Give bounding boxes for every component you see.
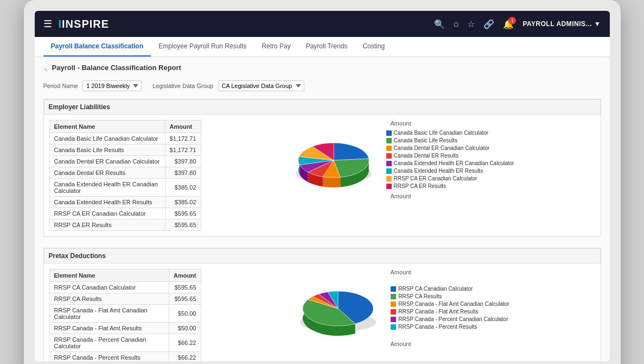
tab-retro-pay[interactable]: Retro Pay	[254, 37, 298, 57]
leg-data-label: Legislative Data Group	[152, 83, 213, 89]
col-element-name-1: Element Name	[49, 121, 165, 133]
pretax-chart-area: Amount RRSP CA Canadian CalculatorRRSP C…	[207, 269, 595, 347]
amount-cell: $1,172.71	[165, 133, 201, 145]
element-name-cell: Canada Extended Health ER Canadian Calcu…	[49, 179, 165, 197]
legend-item: RRSP CA ER Canadian Calculator	[386, 175, 514, 181]
top-nav: ☰ iINSPIRE 🔍 ⌂ ☆ 🔗 🔔 1 PAYROLL ADMINIS..…	[35, 11, 610, 37]
legend-color-swatch	[386, 130, 392, 136]
table-row: RRSP CA Canadian Calculator$595.65	[49, 282, 201, 293]
legend-label: RRSP CA Results	[398, 293, 442, 299]
bell-badge: 1	[508, 17, 516, 24]
employer-data-table: Element Name Amount Canada Basic Life Ca…	[49, 120, 201, 231]
table-row: RRSP Canada - Flat Amt Results$50.00	[49, 323, 201, 334]
tab-payroll-balance[interactable]: Payroll Balance Classification	[43, 37, 151, 57]
legend-color-swatch	[391, 324, 396, 330]
screen: ☰ iINSPIRE 🔍 ⌂ ☆ 🔗 🔔 1 PAYROLL ADMINIS..…	[35, 11, 610, 361]
home-icon[interactable]: ⌂	[454, 19, 459, 29]
amount-cell: $595.65	[165, 219, 201, 231]
hamburger-icon[interactable]: ☰	[43, 18, 52, 30]
element-name-cell: Canada Dental ER Canadian Calculator	[49, 156, 165, 167]
element-name-cell: Canada Extended Health ER Results	[49, 197, 165, 208]
element-name-cell: Canada Dental ER Results	[49, 167, 165, 179]
legend-color-swatch	[391, 302, 396, 307]
pretax-amount-label: Amount	[391, 341, 411, 347]
table-row: RRSP CA Results$595.65	[49, 293, 201, 305]
bell-icon[interactable]: 🔔 1	[503, 19, 514, 29]
employer-legend: Canada Basic Life Canadian CalculatorCan…	[386, 130, 514, 191]
legend-item: Canada Basic Life Results	[386, 137, 514, 143]
legend-item: RRSP CA ER Results	[386, 183, 514, 189]
legend-item: RRSP Canada - Percent Results	[391, 324, 509, 330]
employer-pie-chart	[288, 130, 380, 190]
legend-color-swatch	[386, 176, 392, 181]
pretax-chart-title: Amount	[391, 269, 411, 275]
legend-item: Canada Basic Life Canadian Calculator	[386, 130, 514, 136]
leg-data-filter: Legislative Data Group CA Legislative Da…	[152, 80, 304, 91]
element-name-cell: RRSP Canada - Flat Amt Results	[49, 323, 169, 334]
element-name-cell: Canada Basic Life Canadian Calculator	[49, 133, 165, 145]
legend-label: RRSP Canada - Flat Amt Canadian Calculat…	[398, 301, 509, 307]
legend-label: Canada Basic Life Canadian Calculator	[394, 130, 489, 136]
table-row: RRSP CA ER Results$595.65	[49, 219, 201, 231]
legend-label: Canada Extended Health ER Results	[394, 168, 483, 174]
share-icon[interactable]: 🔗	[483, 19, 494, 29]
element-name-cell: RRSP CA Canadian Calculator	[49, 282, 169, 293]
star-icon[interactable]: ☆	[467, 19, 475, 29]
legend-label: Canada Basic Life Results	[394, 137, 457, 143]
employer-liabilities-content: Element Name Amount Canada Basic Life Ca…	[44, 115, 601, 236]
table-row: RRSP Canada - Percent Results$66.22	[49, 352, 201, 362]
col-element-name-2: Element Name	[49, 269, 169, 282]
amount-cell: $385.02	[165, 197, 201, 208]
leg-data-select[interactable]: CA Legislative Data Group	[218, 80, 304, 91]
legend-color-swatch	[391, 286, 396, 292]
legend-label: RRSP Canada - Percent Canadian Calculato…	[398, 316, 508, 322]
employer-chart-area: Amount Canada Basic Life Canadian Calcul…	[207, 120, 595, 199]
table-row: RRSP CA ER Canadian Calculator$595.65	[49, 208, 201, 219]
legend-label: Canada Dental ER Canadian Calculator	[394, 145, 490, 151]
employer-amount-label: Amount	[391, 193, 411, 199]
table-row: Canada Dental ER Results$397.80	[49, 167, 201, 179]
nav-icons: 🔍 ⌂ ☆ 🔗 🔔 1 PAYROLL ADMINIS... ▼	[434, 19, 601, 29]
legend-item: Canada Dental ER Canadian Calculator	[386, 145, 514, 151]
element-name-cell: RRSP Canada - Percent Results	[49, 352, 169, 362]
legend-item: Canada Extended Health ER Canadian Calcu…	[386, 160, 514, 166]
amount-cell: $66.22	[169, 352, 201, 362]
content-area: ✎ Payroll - Balance Classification Repor…	[35, 57, 610, 361]
col-amount-2: Amount	[169, 269, 201, 282]
tab-employee-payroll[interactable]: Employee Payroll Run Results	[151, 37, 254, 57]
legend-color-swatch	[391, 317, 396, 322]
legend-label: RRSP CA ER Results	[394, 183, 447, 189]
legend-label: RRSP CA ER Canadian Calculator	[394, 175, 477, 181]
tabs-bar: Payroll Balance Classification Employee …	[35, 37, 610, 57]
legend-label: Canada Dental ER Results	[394, 153, 459, 159]
period-filter: Period Name 1 2019 Biweekly	[43, 80, 142, 91]
tab-payroll-trends[interactable]: Payroll Trends	[298, 37, 355, 57]
legend-color-swatch	[391, 309, 396, 315]
employer-pie-legend: Canada Basic Life Canadian CalculatorCan…	[288, 130, 514, 191]
legend-color-swatch	[386, 153, 392, 159]
app-logo: iINSPIRE	[59, 18, 434, 30]
amount-cell: $595.65	[165, 208, 201, 219]
report-icon: ✎	[43, 67, 48, 73]
tab-costing[interactable]: Costing	[355, 37, 392, 57]
pretax-deductions-header: Pretax Deductions	[44, 248, 601, 263]
employer-chart-title: Amount	[391, 120, 411, 127]
element-name-cell: RRSP CA ER Results	[49, 219, 165, 231]
legend-item: RRSP CA Results	[391, 293, 509, 299]
user-menu[interactable]: PAYROLL ADMINIS... ▼	[522, 20, 601, 28]
col-amount-1: Amount	[165, 121, 201, 133]
legend-color-swatch	[391, 294, 396, 299]
legend-item: Canada Dental ER Results	[386, 153, 514, 159]
period-select[interactable]: 1 2019 Biweekly	[82, 80, 142, 91]
filters-row: Period Name 1 2019 Biweekly Legislative …	[43, 80, 601, 91]
table-row: Canada Dental ER Canadian Calculator$397…	[49, 156, 201, 167]
table-row: Canada Basic Life Canadian Calculator$1,…	[49, 133, 201, 145]
legend-item: RRSP CA Canadian Calculator	[391, 286, 509, 292]
laptop-frame: ☰ iINSPIRE 🔍 ⌂ ☆ 🔗 🔔 1 PAYROLL ADMINIS..…	[24, 0, 621, 364]
legend-item: RRSP Canada - Percent Canadian Calculato…	[391, 316, 509, 322]
search-icon[interactable]: 🔍	[434, 19, 445, 29]
pretax-deductions-section: Pretax Deductions Element Name Amount	[43, 248, 601, 361]
legend-color-swatch	[386, 146, 392, 151]
table-row: Canada Extended Health ER Canadian Calcu…	[49, 179, 201, 197]
employer-liabilities-header: Employer Liabilities	[44, 99, 601, 115]
